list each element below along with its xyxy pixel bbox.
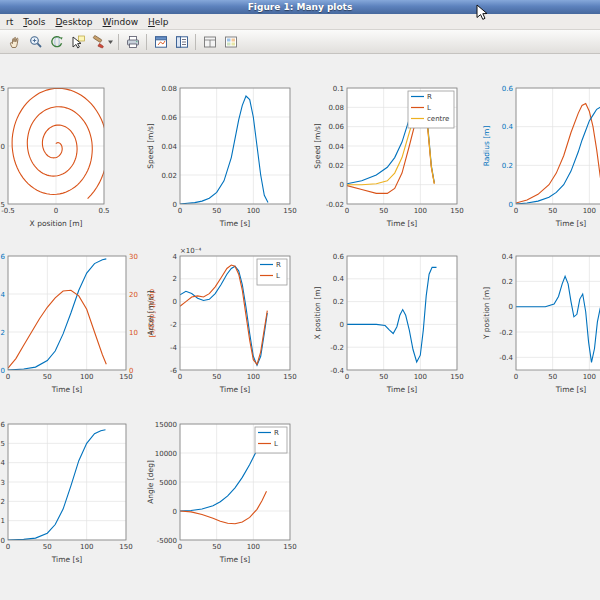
svg-text:0.04: 0.04 bbox=[328, 143, 344, 151]
svg-text:0.4: 0.4 bbox=[502, 253, 514, 261]
svg-text:X position [m]: X position [m] bbox=[313, 287, 322, 340]
svg-text:0: 0 bbox=[173, 508, 177, 516]
svg-text:150: 150 bbox=[450, 207, 463, 215]
svg-text:0: 0 bbox=[514, 207, 518, 215]
title-bar[interactable]: Figure 1: Many plots bbox=[0, 0, 600, 14]
spiral-chart: -0.500.5-0.500.5X position [m] bbox=[0, 76, 116, 238]
svg-text:100: 100 bbox=[414, 207, 427, 215]
svg-text:4: 4 bbox=[1, 291, 6, 299]
menu-item-desktop[interactable]: Desktop bbox=[50, 16, 97, 28]
svg-text:2: 2 bbox=[173, 275, 177, 283]
svg-text:0: 0 bbox=[173, 201, 177, 209]
dphi-chart: 05010015002460102030dφ/dt [deg/s]Time [s… bbox=[0, 244, 166, 404]
svg-text:100: 100 bbox=[80, 543, 93, 551]
svg-text:50: 50 bbox=[212, 373, 221, 381]
svg-text:2: 2 bbox=[1, 498, 5, 506]
menu-item-rt[interactable]: rt bbox=[1, 16, 18, 28]
mouse-cursor bbox=[476, 4, 490, 26]
svg-text:0: 0 bbox=[509, 303, 513, 311]
menu-bar: rtToolsDesktopWindowHelp bbox=[0, 14, 600, 30]
svg-text:100: 100 bbox=[583, 207, 596, 215]
datacursor-icon bbox=[70, 34, 86, 50]
svg-text:0.2: 0.2 bbox=[333, 298, 344, 306]
plot-browser-button[interactable] bbox=[171, 31, 192, 52]
figure-toolbar bbox=[0, 30, 600, 54]
svg-text:10000: 10000 bbox=[155, 450, 177, 458]
svg-text:-0.4: -0.4 bbox=[499, 354, 513, 362]
ypos-chart: 050100150-0.4-0.200.20.4Time [s]Y positi… bbox=[480, 244, 600, 404]
svg-text:0.06: 0.06 bbox=[328, 123, 344, 131]
svg-text:0: 0 bbox=[340, 181, 344, 189]
svg-text:0: 0 bbox=[178, 207, 182, 215]
speed-chart: 05010015000.020.040.060.08Time [s]Speed … bbox=[144, 76, 302, 238]
svg-text:-0.5: -0.5 bbox=[0, 201, 5, 209]
figure-window: Figure 1: Many plots rtToolsDesktopWindo… bbox=[0, 0, 600, 600]
svg-text:50: 50 bbox=[548, 207, 557, 215]
svg-text:0.04: 0.04 bbox=[161, 143, 177, 151]
svg-text:0: 0 bbox=[345, 373, 349, 381]
svg-text:150: 150 bbox=[119, 543, 132, 551]
svg-text:6: 6 bbox=[1, 253, 6, 261]
svg-text:Y position [m]: Y position [m] bbox=[482, 287, 491, 340]
svg-text:0.02: 0.02 bbox=[328, 162, 344, 170]
svg-text:X position [m]: X position [m] bbox=[30, 219, 83, 228]
menu-item-help[interactable]: Help bbox=[143, 16, 174, 28]
svg-text:Radius [m]: Radius [m] bbox=[482, 126, 491, 167]
svg-text:2: 2 bbox=[1, 329, 5, 337]
rotate3d-button[interactable] bbox=[46, 31, 67, 52]
menu-item-tools[interactable]: Tools bbox=[18, 16, 50, 28]
radius-chart: 05010015000.20.40.6Time [s]Radius [m] bbox=[480, 76, 600, 238]
pan-icon bbox=[7, 34, 23, 50]
brush-button[interactable] bbox=[88, 31, 115, 52]
svg-text:0.5: 0.5 bbox=[98, 207, 109, 215]
svg-text:4: 4 bbox=[173, 253, 178, 261]
datacursor-button[interactable] bbox=[67, 31, 88, 52]
plot-tools-button[interactable] bbox=[220, 31, 241, 52]
svg-text:0: 0 bbox=[6, 543, 10, 551]
accel-chart: 050100150-6-4-2024Time [s]Accel [m/s²]×1… bbox=[144, 244, 302, 404]
svg-text:centre: centre bbox=[427, 115, 449, 123]
svg-text:100: 100 bbox=[247, 373, 260, 381]
svg-text:-5000: -5000 bbox=[157, 537, 177, 545]
svg-text:0.4: 0.4 bbox=[333, 275, 345, 283]
xpos-chart: 050100150-0.4-0.200.20.40.6Time [s]X pos… bbox=[311, 244, 469, 404]
print-button[interactable] bbox=[122, 31, 143, 52]
svg-text:Speed [m/s]: Speed [m/s] bbox=[146, 123, 155, 169]
svg-text:150: 150 bbox=[283, 207, 296, 215]
svg-text:150: 150 bbox=[283, 373, 296, 381]
dock-figure-button[interactable] bbox=[150, 31, 171, 52]
svg-text:0: 0 bbox=[514, 373, 518, 381]
svg-text:50: 50 bbox=[43, 543, 52, 551]
svg-text:Time [s]: Time [s] bbox=[555, 219, 587, 228]
svg-text:-6: -6 bbox=[170, 367, 178, 375]
svg-text:0: 0 bbox=[178, 373, 182, 381]
svg-text:20: 20 bbox=[129, 291, 138, 299]
svg-text:Time [s]: Time [s] bbox=[51, 555, 83, 564]
pan-button[interactable] bbox=[4, 31, 25, 52]
angle-rad-chart: 0501001500123456Time [s] bbox=[0, 412, 138, 574]
svg-text:0: 0 bbox=[6, 373, 10, 381]
svg-text:150: 150 bbox=[450, 373, 463, 381]
svg-text:150: 150 bbox=[283, 543, 296, 551]
svg-text:100: 100 bbox=[247, 207, 260, 215]
svg-text:0.5: 0.5 bbox=[0, 85, 5, 93]
svg-text:0: 0 bbox=[1, 143, 5, 151]
svg-text:R: R bbox=[427, 93, 432, 101]
svg-text:0.08: 0.08 bbox=[328, 104, 344, 112]
svg-text:100: 100 bbox=[414, 373, 427, 381]
menu-item-window[interactable]: Window bbox=[98, 16, 144, 28]
svg-text:0.08: 0.08 bbox=[161, 85, 177, 93]
svg-text:100: 100 bbox=[583, 373, 596, 381]
svg-text:50: 50 bbox=[43, 373, 52, 381]
svg-text:L: L bbox=[274, 440, 278, 448]
zoom-button[interactable] bbox=[25, 31, 46, 52]
svg-text:Time [s]: Time [s] bbox=[51, 385, 83, 394]
brush-icon bbox=[90, 34, 114, 50]
property-editor-button[interactable] bbox=[199, 31, 220, 52]
svg-text:100: 100 bbox=[80, 373, 93, 381]
svg-text:6: 6 bbox=[1, 421, 6, 429]
svg-text:0: 0 bbox=[509, 201, 513, 209]
zoom-icon bbox=[28, 34, 44, 50]
svg-text:0: 0 bbox=[345, 207, 349, 215]
svg-text:5: 5 bbox=[1, 440, 5, 448]
